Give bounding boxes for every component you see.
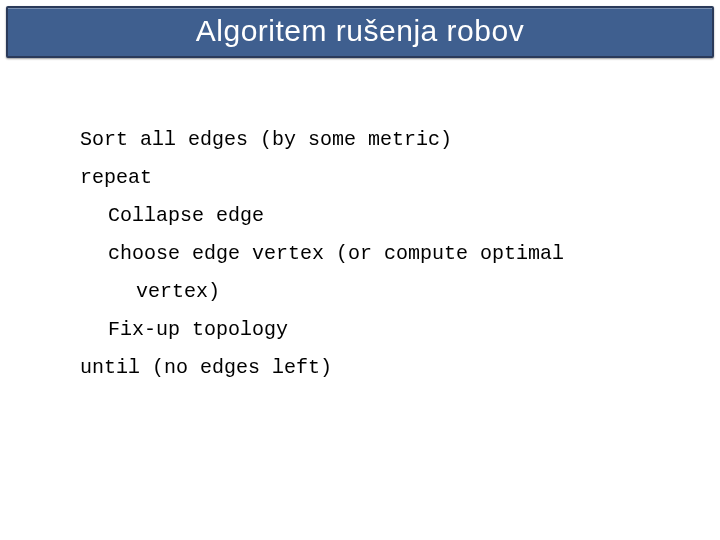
code-line: repeat bbox=[80, 166, 640, 190]
code-line: Fix-up topology bbox=[80, 318, 640, 342]
slide-body: Sort all edges (by some metric) repeat C… bbox=[0, 58, 720, 380]
code-line: vertex) bbox=[80, 280, 640, 304]
code-line: until (no edges left) bbox=[80, 356, 640, 380]
slide-title-bar: Algoritem rušenja robov bbox=[6, 6, 714, 58]
code-line: choose edge vertex (or compute optimal bbox=[80, 242, 640, 266]
slide-title: Algoritem rušenja robov bbox=[8, 14, 712, 48]
code-line: Sort all edges (by some metric) bbox=[80, 128, 640, 152]
code-line: Collapse edge bbox=[80, 204, 640, 228]
